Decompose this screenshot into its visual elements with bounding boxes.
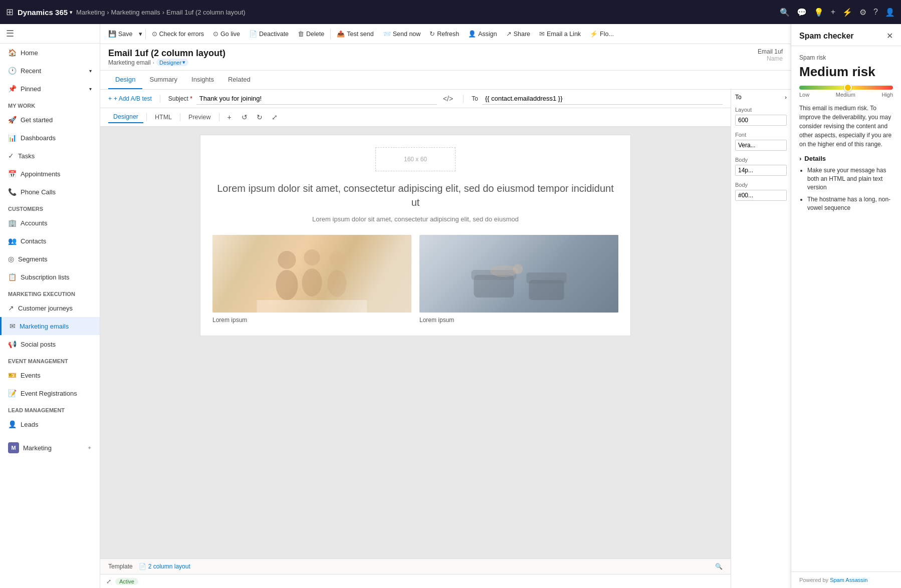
sidebar-item-recent[interactable]: 🕐 Recent ▾ <box>0 62 100 80</box>
sidebar-item-dashboards[interactable]: 📊 Dashboards <box>0 129 100 147</box>
tab-insights-label: Insights <box>191 76 214 83</box>
email-link-label: Email a Link <box>547 31 581 38</box>
plus-icon[interactable]: + <box>831 8 835 17</box>
tab-summary[interactable]: Summary <box>142 71 184 89</box>
editor-redo-button[interactable]: ↻ <box>253 110 267 124</box>
user-icon[interactable]: 👤 <box>885 8 895 17</box>
delete-button[interactable]: 🗑 Delete <box>294 28 328 40</box>
editor-tab-html[interactable]: HTML <box>150 112 177 123</box>
status-expand-icon[interactable]: ⤢ <box>106 578 111 585</box>
sidebar-item-leads[interactable]: 👤 Leads <box>0 415 100 433</box>
prop-section-body-color: Body <box>735 182 787 201</box>
breadcrumb-marketing-emails[interactable]: Marketing emails <box>111 9 160 16</box>
main-layout: ☰ 🏠 Home 🕐 Recent ▾ 📌 Pinned ▾ My Work 🚀… <box>0 24 901 588</box>
marketing-star-icon: ✦ <box>87 445 92 451</box>
assign-button[interactable]: 👤 Assign <box>464 28 501 40</box>
designer-mode-pill[interactable]: Designer ▾ <box>156 59 188 66</box>
go-live-label: Go live <box>220 31 240 38</box>
editor-expand-button[interactable]: ⤢ <box>268 110 282 124</box>
sidebar-top: ☰ <box>0 24 100 44</box>
check-errors-button[interactable]: ⊙ Check for errors <box>148 28 208 40</box>
sidebar-group-lead-management: Lead management <box>0 402 100 415</box>
editor-tab-designer[interactable]: Designer <box>108 111 143 123</box>
editor-tab-preview[interactable]: Preview <box>183 112 215 123</box>
prop-body-size-input[interactable] <box>735 165 787 176</box>
sidebar-item-events[interactable]: 🎫 Events <box>0 366 100 384</box>
sidebar-item-appointments[interactable]: 📅 Appointments <box>0 165 100 183</box>
to-input[interactable] <box>482 93 723 105</box>
editor-tab-preview-label: Preview <box>188 114 210 121</box>
sidebar-item-tasks[interactable]: ✓ Tasks <box>0 147 100 165</box>
prop-layout-input[interactable] <box>735 115 787 126</box>
sidebar-item-social-posts[interactable]: 📢 Social posts <box>0 335 100 353</box>
test-send-button[interactable]: 📤 Test send <box>333 28 378 40</box>
sidebar-item-phone-calls[interactable]: 📞 Phone Calls <box>0 183 100 201</box>
prop-to-chevron[interactable]: › <box>785 94 787 100</box>
prop-font-input[interactable] <box>735 140 787 151</box>
editor-add-button[interactable]: + <box>222 110 237 124</box>
top-navigation: ⊞ Dynamics 365 ▾ Marketing › Marketing e… <box>0 0 901 24</box>
sidebar-item-pinned[interactable]: 📌 Pinned ▾ <box>0 80 100 98</box>
tasks-icon: ✓ <box>8 152 14 160</box>
sidebar-item-accounts[interactable]: 🏢 Accounts <box>0 214 100 232</box>
spam-close-button[interactable]: ✕ <box>886 31 893 41</box>
sidebar-item-get-started[interactable]: 🚀 Get started <box>0 111 100 129</box>
breadcrumb-marketing[interactable]: Marketing <box>76 9 105 16</box>
tab-insights[interactable]: Insights <box>184 71 221 89</box>
sidebar-item-home[interactable]: 🏠 Home <box>0 44 100 62</box>
sidebar-item-marketing-bottom[interactable]: M Marketing ✦ <box>0 437 100 458</box>
lightbulb-icon[interactable]: 💡 <box>814 8 824 17</box>
filter-icon[interactable]: ⚡ <box>842 8 852 17</box>
search-icon[interactable]: 🔍 <box>780 8 790 17</box>
subject-input[interactable] <box>196 93 437 105</box>
sidebar-appointments-label: Appointments <box>21 170 61 178</box>
sidebar-item-subscription-lists[interactable]: 📋 Subscription lists <box>0 268 100 286</box>
chat-icon[interactable]: 💬 <box>797 8 807 17</box>
app-name-chevron[interactable]: ▾ <box>70 10 72 15</box>
template-link[interactable]: 📄 2 column layout <box>139 563 190 570</box>
prop-body-color-input[interactable] <box>735 190 787 201</box>
gauge-high-label: High <box>881 92 893 98</box>
send-now-button[interactable]: 📨 Send now <box>379 28 425 40</box>
spam-details-header[interactable]: › Details <box>799 155 893 162</box>
spam-panel-body: Spam risk Medium risk Low Medium High Th… <box>791 46 901 571</box>
ab-test-button[interactable]: + + Add A/B test <box>108 95 152 102</box>
spam-gauge-bar <box>799 86 893 90</box>
save-dropdown-button[interactable]: ▾ <box>138 28 143 40</box>
to-label: To <box>472 95 478 102</box>
events-icon: 🎫 <box>8 371 17 379</box>
subject-code-icon[interactable]: </> <box>441 95 455 103</box>
app-grid-icon[interactable]: ⊞ <box>6 7 14 18</box>
refresh-button[interactable]: ↻ Refresh <box>425 28 463 40</box>
sidebar-item-segments[interactable]: ◎ Segments <box>0 250 100 268</box>
help-icon[interactable]: ? <box>873 8 878 17</box>
sidebar-group-event-management: Event management <box>0 353 100 366</box>
tab-related[interactable]: Related <box>221 71 258 89</box>
sidebar-item-marketing-emails[interactable]: ✉ Marketing emails <box>0 317 100 335</box>
hamburger-icon[interactable]: ☰ <box>6 29 14 39</box>
go-live-button[interactable]: ⊙ Go live <box>209 28 244 40</box>
settings-icon[interactable]: ⚙ <box>859 8 866 17</box>
editor-undo-button[interactable]: ↺ <box>238 110 252 124</box>
tab-design[interactable]: Design <box>108 71 142 89</box>
svg-point-3 <box>302 268 322 297</box>
separator-2 <box>330 29 331 39</box>
sidebar-item-event-registrations[interactable]: 📝 Event Registrations <box>0 384 100 402</box>
spam-description: This email is medium risk. To improve th… <box>799 104 893 149</box>
spam-assassin-link[interactable]: Spam Assassin <box>830 577 867 583</box>
sidebar-item-contacts[interactable]: 👥 Contacts <box>0 232 100 250</box>
sidebar-item-customer-journeys[interactable]: ↗ Customer journeys <box>0 299 100 317</box>
page-subtitle-type: Marketing email <box>108 59 151 66</box>
share-button[interactable]: ↗ Share <box>502 28 534 40</box>
flow-button[interactable]: ⚡ Flo... <box>586 28 618 40</box>
sidebar-phone-calls-label: Phone Calls <box>21 188 56 196</box>
editor-redo-icon: ↻ <box>257 113 263 121</box>
save-button[interactable]: 💾 Save <box>104 28 137 40</box>
deactivate-button[interactable]: 📄 Deactivate <box>245 28 293 40</box>
spam-gauge-labels: Low Medium High <box>799 92 893 98</box>
template-search-icon[interactable]: 🔍 <box>715 563 723 570</box>
email-link-button[interactable]: ✉ Email a Link <box>535 28 585 40</box>
subject-required: * <box>190 95 192 102</box>
share-icon: ↗ <box>506 30 512 38</box>
leads-icon: 👤 <box>8 420 17 428</box>
